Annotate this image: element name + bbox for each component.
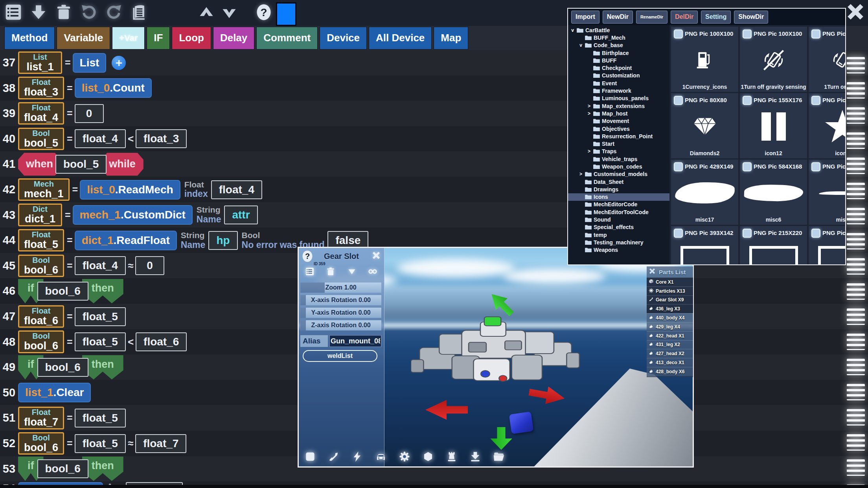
square-icon[interactable]	[304, 451, 316, 462]
part-item-436-leg-x3[interactable]: 436_leg X3	[647, 304, 693, 313]
hamburger-icon[interactable]	[847, 132, 865, 149]
palette-if-button[interactable]: IF	[147, 27, 170, 50]
asset-card-misc6-7[interactable]: PNG Pic 584X168misc6	[740, 160, 807, 225]
tree-item-special-effects[interactable]: Special_effects	[568, 224, 669, 231]
palette-variable-button[interactable]: Variable	[57, 27, 110, 50]
hamburger-icon[interactable]	[847, 459, 865, 476]
gizmo-arrow-green-down[interactable]	[488, 427, 514, 450]
tree-item-mecheditortoolcode[interactable]: MechEditorToolCode	[568, 208, 669, 216]
close-icon[interactable]	[648, 267, 656, 277]
palette-loop-button[interactable]: Loop	[172, 27, 211, 50]
asset-card-icon1-5[interactable]: PNG Pic 184icon1	[809, 93, 846, 158]
var-decl-bool_6[interactable]: Boolbool_6	[18, 432, 64, 455]
value-box[interactable]: bool_5	[55, 155, 107, 174]
chevron-expanded-icon[interactable]: v	[570, 28, 576, 33]
value-box[interactable]: 0	[135, 256, 164, 275]
tree-item-carbattle[interactable]: vCarBattle	[568, 26, 669, 34]
tree-item-traps[interactable]: >Traps	[568, 148, 669, 155]
tree-item-movement[interactable]: Movement	[568, 117, 669, 125]
hamburger-icon[interactable]	[847, 308, 865, 325]
part-item-particles-x13[interactable]: Particles X13	[647, 286, 693, 295]
sword-icon[interactable]	[328, 451, 340, 462]
palette-map-button[interactable]: Map	[434, 27, 468, 50]
value-box[interactable]: attr	[224, 205, 257, 224]
asset-card-1turn-off-gravity-sensing-1[interactable]: PNG Pic 100X1001Turn off gravity sensing	[740, 27, 807, 92]
var-decl-mech_1[interactable]: Mechmech_1	[18, 178, 70, 201]
tree-item-testing-machinery[interactable]: Testing_machinery	[568, 238, 669, 246]
asset-card-png-pic-393x142-9[interactable]: PNG Pic 393X142	[671, 226, 738, 265]
value-box[interactable]: bool_6	[37, 358, 88, 377]
tree-item-resurrection-point[interactable]: Resurrection_Point	[568, 132, 669, 140]
close-x-icon[interactable]	[844, 1, 866, 23]
tree-item-buff[interactable]: BUFF	[568, 57, 669, 64]
value-box[interactable]: float_5	[75, 307, 126, 326]
asset-card-1currency-icons-0[interactable]: PNG Pic 100X1001Currency_icons	[671, 27, 738, 92]
var-decl-list_1[interactable]: Listlist_1	[18, 51, 62, 74]
copy-pages-icon[interactable]	[131, 4, 148, 21]
value-box[interactable]: float_6	[136, 332, 187, 351]
menu-list-icon[interactable]	[5, 4, 22, 21]
var-decl-dict_1[interactable]: Dictdict_1	[18, 204, 62, 226]
blue-cube[interactable]	[509, 411, 533, 434]
tree-item-map-host[interactable]: >Map_host	[568, 110, 669, 117]
folder-icon[interactable]	[493, 451, 505, 462]
call-block[interactable]: List	[73, 53, 107, 73]
value-box[interactable]: float_4	[211, 180, 262, 199]
value-box[interactable]: float_4	[75, 129, 126, 148]
var-decl-bool_5[interactable]: Boolbool_5	[18, 128, 64, 150]
palette-delay-button[interactable]: Delay	[213, 27, 254, 50]
value-box[interactable]: 0	[75, 104, 104, 123]
hamburger-icon[interactable]	[847, 434, 865, 451]
download-box-icon[interactable]	[469, 451, 481, 462]
part-item-429-leg-x4[interactable]: 429_leg X4	[647, 322, 693, 331]
hamburger-icon[interactable]	[847, 258, 865, 275]
part-item-422-head-x1[interactable]: 422_head X1	[647, 331, 693, 340]
renamedir-button[interactable]: RenameDir	[636, 11, 668, 24]
tree-item-map-extensions[interactable]: >Map_extensions	[568, 102, 669, 110]
chevron-collapsed-icon[interactable]: >	[578, 171, 584, 177]
keyword-when[interactable]: when	[18, 153, 61, 176]
keyword-while[interactable]: while	[101, 153, 143, 176]
download-icon[interactable]	[30, 4, 47, 21]
asset-card-misc17-6[interactable]: PNG Pic 429X149misc17	[671, 160, 738, 225]
chevron-collapsed-icon[interactable]: >	[586, 111, 592, 116]
call-block[interactable]: mech_1.CustomDict	[73, 205, 193, 225]
close-icon[interactable]	[371, 250, 381, 261]
tree-item-code-base[interactable]: vCode_base	[568, 42, 669, 49]
value-box[interactable]: float_5	[75, 434, 126, 453]
gizmo-arrow-red-left[interactable]	[425, 398, 468, 422]
hamburger-icon[interactable]	[847, 82, 865, 99]
var-decl-float_3[interactable]: Floatfloat_3	[18, 77, 64, 99]
checkbox[interactable]	[674, 29, 683, 39]
part-item-core-x1[interactable]: Core X1	[647, 277, 693, 286]
infinity-icon[interactable]	[368, 267, 377, 276]
palette-var-button[interactable]: +Var	[112, 27, 145, 50]
tree-item-vehicle-traps[interactable]: Vehicle_traps	[568, 155, 669, 163]
tree-item-drawings[interactable]: Drawings	[568, 185, 669, 193]
slider-y-axis[interactable]: Y-axis Rotation 0.00	[300, 308, 381, 318]
tree-item-weapon-codes[interactable]: Weapon_codes	[568, 163, 669, 170]
value-box[interactable]: float_5	[75, 409, 126, 427]
checkbox[interactable]	[811, 29, 820, 39]
weldlist-button[interactable]: weldList	[303, 350, 377, 362]
value-box[interactable]: bool_6	[37, 282, 88, 301]
question-icon[interactable]: ?	[256, 3, 272, 23]
chevron-collapsed-icon[interactable]: >	[586, 149, 592, 154]
slider-x-axis[interactable]: X-axis Rotation 0.00	[300, 295, 381, 305]
slider-z-axis[interactable]: Z-axis Rotation 0.00	[300, 320, 381, 330]
chevron-up-icon[interactable]	[198, 4, 215, 22]
part-item-gear-slot-x9[interactable]: Gear Slot X9	[647, 295, 693, 305]
tree-item-objectives[interactable]: Objectives	[568, 125, 669, 132]
asset-card-png-pic-215x220-10[interactable]: PNG Pic 215X220	[740, 226, 807, 265]
checkbox[interactable]	[743, 96, 752, 105]
checkbox[interactable]	[674, 96, 683, 105]
tree-item-icons[interactable]: Icons	[568, 193, 669, 201]
checkbox[interactable]	[743, 162, 752, 171]
color-swatch[interactable]	[276, 2, 296, 26]
tree-item-checkpoint[interactable]: Checkpoint	[568, 64, 669, 72]
var-decl-bool_6[interactable]: Boolbool_6	[18, 330, 64, 353]
redo-icon[interactable]	[105, 4, 123, 21]
add-item-button[interactable]: +	[112, 56, 126, 70]
tree-item-mecheditorcode[interactable]: MechEditorCode	[568, 201, 669, 208]
var-decl-float_4[interactable]: Floatfloat_4	[18, 102, 64, 125]
